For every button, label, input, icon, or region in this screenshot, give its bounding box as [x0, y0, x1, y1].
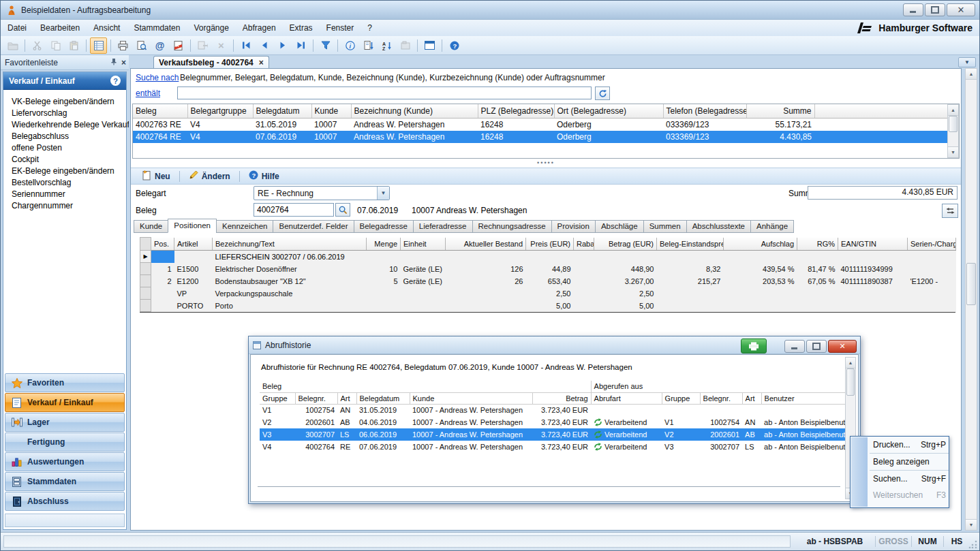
table-row[interactable]: 4002763 REV431.05.201910007Andreas W. Pe…: [133, 118, 959, 131]
scroll-thumb[interactable]: [966, 263, 976, 305]
cell[interactable]: Verarbeitend: [591, 416, 662, 428]
cell[interactable]: 1002754: [295, 404, 337, 416]
column-header-pos[interactable]: Pos.: [151, 238, 174, 251]
cell[interactable]: AN: [337, 404, 356, 416]
nav-button-lager[interactable]: Lager: [5, 413, 125, 432]
column-header-rg[interactable]: RG%: [797, 238, 838, 251]
cell[interactable]: 67,05 %: [797, 275, 838, 287]
cell[interactable]: [574, 300, 594, 312]
toolbar-nav-prev-button[interactable]: [256, 37, 273, 54]
nav-button-verkauf-einkauf[interactable]: Verkauf / Einkauf: [5, 393, 125, 412]
column-header-bezeichnung-text[interactable]: Bezeichnung/Text: [213, 238, 367, 251]
beleg-number-input[interactable]: [254, 203, 334, 217]
tab-abschläge[interactable]: Abschläge: [595, 220, 644, 233]
cell[interactable]: 55.173,21: [746, 118, 814, 131]
column-header-rabatt[interactable]: Rabatt: [574, 238, 594, 251]
splitter-handle[interactable]: •••••: [131, 159, 961, 166]
cell[interactable]: 31.05.2019: [356, 404, 410, 416]
toolbar-info-button[interactable]: i: [341, 37, 358, 54]
cell[interactable]: 31.05.2019: [253, 118, 311, 131]
column-header-gruppe[interactable]: Gruppe: [662, 392, 700, 404]
cell[interactable]: Verpackungspauschale: [213, 287, 367, 300]
table-row[interactable]: ▶LIEFERSCHEIN 3002707 / 06.06.2019: [140, 251, 956, 263]
cell[interactable]: 10007: [311, 118, 351, 131]
cell[interactable]: ab - Anton Beispielbenutzer: [761, 416, 847, 428]
column-header-serien-chargenn[interactable]: Serien-/Chargenn: [908, 238, 956, 251]
cell[interactable]: Porto: [213, 300, 367, 312]
column-header-gruppe[interactable]: Gruppe: [260, 392, 295, 404]
cell[interactable]: Geräte (LE): [401, 275, 446, 287]
column-header-belegdatum[interactable]: Belegdatum: [253, 104, 311, 118]
toolbar-doc-sort-button[interactable]: [360, 37, 377, 54]
cell[interactable]: [526, 251, 574, 263]
toolbar-window-button[interactable]: [421, 37, 438, 54]
cell[interactable]: 07.06.2019: [253, 131, 311, 143]
cell[interactable]: 5: [367, 275, 401, 287]
menu-bearbeiten[interactable]: Bearbeiten: [33, 21, 87, 35]
cell[interactable]: V4: [260, 441, 295, 453]
cell[interactable]: 4002764: [295, 441, 337, 453]
cell[interactable]: [908, 300, 956, 312]
table-row[interactable]: VPVerpackungspauschale2,502,50: [140, 287, 956, 300]
toolbar-nav-last-button[interactable]: [292, 37, 309, 54]
cell[interactable]: 439,54 %: [724, 263, 797, 275]
column-header-beleg[interactable]: Beleg: [133, 104, 187, 118]
cell[interactable]: [908, 263, 956, 275]
sidebar-item-belegabschluss[interactable]: Belegabschluss: [12, 131, 126, 142]
cell[interactable]: 2,50: [594, 287, 657, 300]
table-row[interactable]: 4002764 REV407.06.201910007Andreas W. Pe…: [133, 131, 959, 143]
cell[interactable]: [662, 404, 700, 416]
cell[interactable]: Oderberg: [554, 118, 663, 131]
cell[interactable]: [797, 251, 838, 263]
cell[interactable]: 2002601: [700, 428, 742, 441]
cell[interactable]: 44,89: [526, 263, 574, 275]
tab-close-icon[interactable]: ×: [259, 58, 264, 67]
cell[interactable]: [724, 300, 797, 312]
column-header-bezeichnung-kunde[interactable]: Bezeichnung (Kunde): [351, 104, 478, 118]
cell[interactable]: 1002754: [700, 416, 742, 428]
pin-icon[interactable]: [110, 58, 117, 67]
maximize-button[interactable]: [925, 3, 945, 16]
cell[interactable]: [657, 300, 724, 312]
cell[interactable]: [574, 275, 594, 287]
context-item-drucken[interactable]: Drucken...Strg+P: [851, 437, 949, 453]
cell[interactable]: E1200: [174, 275, 213, 287]
cell[interactable]: AN: [742, 416, 761, 428]
column-header-belegartgruppe[interactable]: Belegartgruppe: [187, 104, 253, 118]
column-header-kunde[interactable]: Kunde: [410, 392, 532, 404]
column-header-belegdatum[interactable]: Belegdatum: [356, 392, 410, 404]
cell[interactable]: 203,53 %: [724, 275, 797, 287]
cell[interactable]: [797, 287, 838, 300]
cell[interactable]: V1: [260, 404, 295, 416]
column-header-betrag-eur[interactable]: Betrag (EUR): [594, 238, 657, 251]
toolbar-help-button[interactable]: ?: [446, 37, 463, 54]
cell[interactable]: [838, 300, 908, 312]
column-header-plz-belegadresse[interactable]: PLZ (Belegadresse): [478, 104, 554, 118]
cell[interactable]: [724, 287, 797, 300]
cell[interactable]: 10007: [311, 131, 351, 143]
main-scrollbar[interactable]: ▲ ▼: [965, 68, 977, 531]
cell[interactable]: 4011111934999: [838, 263, 908, 275]
cell[interactable]: 448,90: [594, 263, 657, 275]
table-row[interactable]: 2E1200Bodenstaubsauger "XB 12"5Geräte (L…: [140, 275, 956, 287]
column-header-art[interactable]: Art: [742, 392, 761, 404]
cell[interactable]: Oderberg: [554, 131, 663, 143]
cell[interactable]: 3.723,40 EUR: [532, 416, 591, 428]
hilfe-button[interactable]: ?Hilfe: [243, 169, 285, 183]
table-row[interactable]: V44002764RE07.06.201910007 - Andreas W. …: [260, 441, 847, 453]
cell[interactable]: V2: [260, 416, 295, 428]
cell[interactable]: 10007 - Andreas W. Petershagen: [410, 441, 532, 453]
cell[interactable]: [657, 251, 724, 263]
cell[interactable]: 10: [367, 263, 401, 275]
sidebar-item-offene-posten[interactable]: offene Posten: [12, 142, 126, 154]
column-header-einheit[interactable]: Einheit: [401, 238, 446, 251]
column-header-telefon-belegadresse[interactable]: Telefon (Belegadresse): [663, 104, 746, 118]
cell[interactable]: 3.723,40 EUR: [532, 441, 591, 453]
cell[interactable]: 3.723,40 EUR: [532, 404, 591, 416]
dialog-print-button[interactable]: [741, 339, 767, 353]
tab-lieferadresse[interactable]: Lieferadresse: [413, 220, 473, 233]
column-header-benutzer[interactable]: Benutzer: [761, 392, 847, 404]
nav-button-favoriten[interactable]: Favoriten: [5, 373, 125, 392]
cell[interactable]: [797, 300, 838, 312]
cell[interactable]: V3: [260, 428, 295, 441]
